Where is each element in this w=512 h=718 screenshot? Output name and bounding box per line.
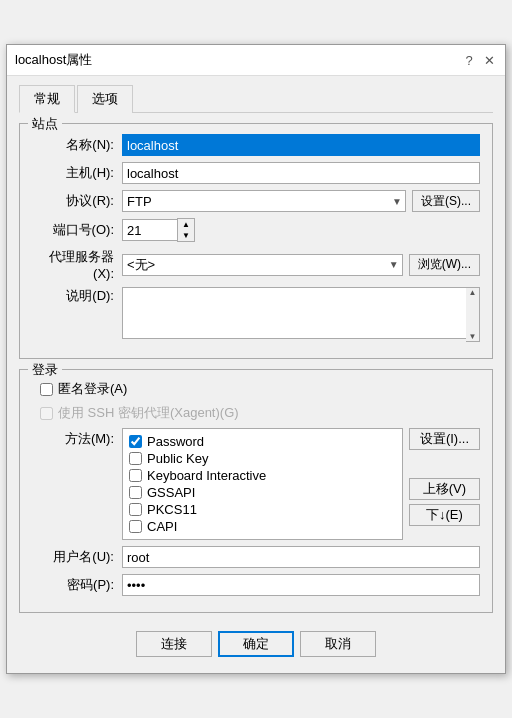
method-list: Password Public Key Keyboard Interactive…	[122, 428, 403, 540]
login-section-label: 登录	[28, 361, 62, 379]
tab-general[interactable]: 常规	[19, 85, 75, 113]
port-spin-buttons: ▲ ▼	[177, 218, 195, 242]
method-password: Password	[127, 433, 398, 450]
password-control	[122, 574, 480, 596]
protocol-row: 协议(R): FTP SFTP FTP over TLS ▼ 设置(S)...	[32, 190, 480, 212]
method-gssapi: GSSAPI	[127, 484, 398, 501]
settings-button[interactable]: 设置(S)...	[412, 190, 480, 212]
login-section: 登录 匿名登录(A) 使用 SSH 密钥代理(Xagent)(G) 方法(M):…	[19, 369, 493, 613]
method-gssapi-checkbox[interactable]	[129, 486, 142, 499]
desc-row: 说明(D): ▲ ▼	[32, 287, 480, 342]
port-spin-up[interactable]: ▲	[178, 219, 194, 230]
protocol-control: FTP SFTP FTP over TLS ▼ 设置(S)...	[122, 190, 480, 212]
method-password-checkbox[interactable]	[129, 435, 142, 448]
proxy-label: 代理服务器(X):	[32, 248, 122, 281]
proxy-control: <无> ▼ 浏览(W)...	[122, 254, 480, 276]
protocol-dropdown-wrapper: FTP SFTP FTP over TLS ▼	[122, 190, 406, 212]
protocol-select[interactable]: FTP SFTP FTP over TLS	[122, 190, 406, 212]
proxy-dropdown-wrapper: <无> ▼	[122, 254, 403, 276]
ssh-agent-checkbox[interactable]	[40, 407, 53, 420]
method-gssapi-label: GSSAPI	[147, 485, 195, 500]
cancel-button[interactable]: 取消	[300, 631, 376, 657]
method-pkcs11-checkbox[interactable]	[129, 503, 142, 516]
scroll-up-arrow[interactable]: ▲	[469, 288, 477, 297]
method-settings-button[interactable]: 设置(I)...	[409, 428, 480, 450]
desc-scrollbar: ▲ ▼	[466, 287, 480, 342]
move-up-button[interactable]: 上移(V)	[409, 478, 480, 500]
username-label: 用户名(U):	[32, 548, 122, 566]
ssh-agent-row: 使用 SSH 密钥代理(Xagent)(G)	[40, 404, 480, 422]
username-input[interactable]	[122, 546, 480, 568]
desc-wrapper: ▲ ▼	[122, 287, 480, 342]
method-publickey-label: Public Key	[147, 451, 208, 466]
ssh-agent-label: 使用 SSH 密钥代理(Xagent)(G)	[58, 404, 239, 422]
port-input[interactable]	[122, 219, 177, 241]
desc-textarea[interactable]	[122, 287, 466, 339]
name-row: 名称(N):	[32, 134, 480, 156]
method-row: 方法(M): Password Public Key Keyboard Inte…	[32, 428, 480, 540]
anonymous-label: 匿名登录(A)	[58, 380, 127, 398]
password-row: 密码(P):	[32, 574, 480, 596]
tab-bar: 常规 选项	[19, 84, 493, 113]
name-label: 名称(N):	[32, 136, 122, 154]
password-input[interactable]	[122, 574, 480, 596]
method-keyboard-label: Keyboard Interactive	[147, 468, 266, 483]
host-row: 主机(H):	[32, 162, 480, 184]
method-keyboard-checkbox[interactable]	[129, 469, 142, 482]
protocol-label: 协议(R):	[32, 192, 122, 210]
proxy-select[interactable]: <无>	[122, 254, 403, 276]
tab-options[interactable]: 选项	[77, 85, 133, 113]
title-controls: ? ✕	[461, 52, 497, 68]
method-capi: CAPI	[127, 518, 398, 535]
method-pkcs11-label: PKCS11	[147, 502, 197, 517]
password-label: 密码(P):	[32, 576, 122, 594]
help-button[interactable]: ?	[461, 52, 477, 68]
browse-button[interactable]: 浏览(W)...	[409, 254, 480, 276]
port-spin-down[interactable]: ▼	[178, 230, 194, 241]
method-publickey: Public Key	[127, 450, 398, 467]
port-label: 端口号(O):	[32, 221, 122, 239]
anonymous-row: 匿名登录(A)	[40, 380, 480, 398]
host-input[interactable]	[122, 162, 480, 184]
title-bar: localhost属性 ? ✕	[7, 45, 505, 76]
port-spinner: ▲ ▼	[122, 218, 195, 242]
content-area: 常规 选项 站点 名称(N): 主机(H): 协议(R):	[7, 76, 505, 673]
confirm-button[interactable]: 确定	[218, 631, 294, 657]
move-down-button[interactable]: 下↓(E)	[409, 504, 480, 526]
proxy-row: 代理服务器(X): <无> ▼ 浏览(W)...	[32, 248, 480, 281]
footer-buttons: 连接 确定 取消	[19, 623, 493, 661]
desc-label: 说明(D):	[32, 287, 122, 305]
username-row: 用户名(U):	[32, 546, 480, 568]
username-control	[122, 546, 480, 568]
method-keyboard: Keyboard Interactive	[127, 467, 398, 484]
method-spacer	[409, 454, 480, 474]
host-control	[122, 162, 480, 184]
method-capi-label: CAPI	[147, 519, 177, 534]
site-section: 站点 名称(N): 主机(H): 协议(R):	[19, 123, 493, 359]
method-label: 方法(M):	[32, 430, 122, 448]
window-title: localhost属性	[15, 51, 92, 69]
scroll-down-arrow[interactable]: ▼	[469, 332, 477, 341]
host-label: 主机(H):	[32, 164, 122, 182]
method-publickey-checkbox[interactable]	[129, 452, 142, 465]
method-buttons: 设置(I)... 上移(V) 下↓(E)	[409, 428, 480, 526]
connect-button[interactable]: 连接	[136, 631, 212, 657]
anonymous-checkbox[interactable]	[40, 383, 53, 396]
name-input[interactable]	[122, 134, 480, 156]
method-password-label: Password	[147, 434, 204, 449]
port-row: 端口号(O): ▲ ▼	[32, 218, 480, 242]
name-control	[122, 134, 480, 156]
method-capi-checkbox[interactable]	[129, 520, 142, 533]
method-pkcs11: PKCS11	[127, 501, 398, 518]
close-button[interactable]: ✕	[481, 52, 497, 68]
main-window: localhost属性 ? ✕ 常规 选项 站点 名称(N): 主机(H):	[6, 44, 506, 674]
site-section-label: 站点	[28, 115, 62, 133]
